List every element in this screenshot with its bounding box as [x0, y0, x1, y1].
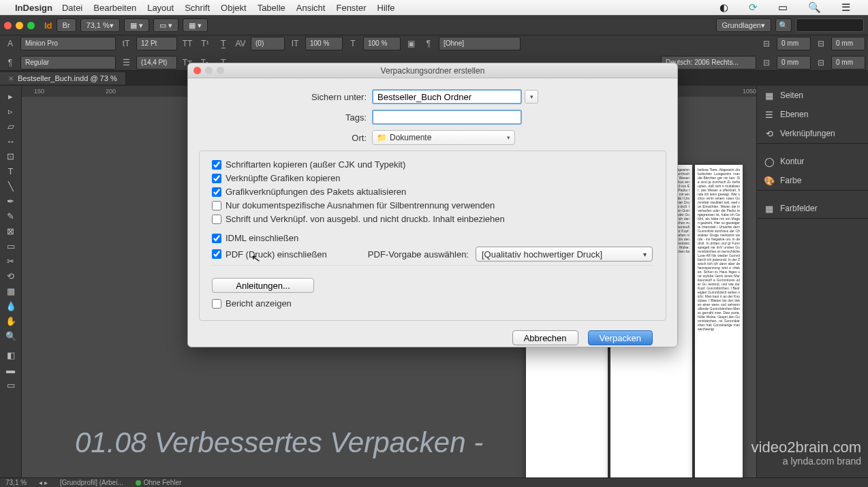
- menu-tabelle[interactable]: Tabelle: [258, 3, 285, 13]
- arrange-button[interactable]: ▦ ▾: [183, 18, 208, 32]
- color-icon: 🎨: [764, 176, 775, 186]
- rect-tool-icon[interactable]: ▭: [0, 238, 21, 253]
- fill-icon[interactable]: ▣: [403, 37, 418, 50]
- x-field[interactable]: 0 mm: [777, 37, 811, 50]
- panel-kontur[interactable]: ◯Kontur: [757, 152, 868, 171]
- cancel-button[interactable]: Abbrechen: [512, 330, 578, 345]
- line-tool-icon[interactable]: ╲: [0, 178, 21, 193]
- superscript-icon[interactable]: T¹: [198, 37, 213, 50]
- font-style-select[interactable]: Regular: [20, 56, 116, 69]
- screen-mode-tool-icon[interactable]: ▭: [0, 377, 21, 392]
- close-tab-icon[interactable]: ✕: [8, 75, 14, 82]
- close-icon[interactable]: [4, 22, 12, 29]
- fill-stroke-icon[interactable]: ◧: [0, 347, 21, 362]
- cc-icon[interactable]: ◐: [719, 1, 728, 14]
- menu-fenster[interactable]: Fenster: [336, 3, 366, 13]
- include-idml-checkbox[interactable]: [212, 234, 221, 243]
- view-report-checkbox[interactable]: [212, 299, 221, 309]
- char-format-icon[interactable]: A: [3, 37, 18, 50]
- document-tab[interactable]: ✕ Bestseller_Buch.indd @ 73 %: [0, 72, 126, 84]
- hidden-content-checkbox[interactable]: [212, 215, 221, 224]
- sync-icon[interactable]: ⟳: [749, 1, 758, 14]
- panel-seiten[interactable]: ▦Seiten: [757, 86, 868, 105]
- search-icon[interactable]: 🔍: [808, 1, 821, 14]
- vscale-select[interactable]: 100 %: [363, 37, 401, 50]
- menu-bearbeiten[interactable]: Bearbeiten: [93, 3, 136, 13]
- rect-frame-tool-icon[interactable]: ⊠: [0, 223, 21, 238]
- selection-tool-icon[interactable]: ▸: [0, 89, 21, 104]
- w-field[interactable]: 0 mm: [831, 37, 865, 50]
- zoom-tool-icon[interactable]: 🔍: [0, 328, 21, 343]
- include-pdf-checkbox[interactable]: [212, 249, 221, 259]
- gradient-tool-icon[interactable]: ▦: [0, 283, 21, 298]
- copy-links-checkbox[interactable]: [212, 174, 221, 183]
- align-icon-2[interactable]: ⊟: [813, 37, 828, 50]
- preflight-profile[interactable]: [Grundprofil] (Arbei...: [60, 479, 123, 486]
- package-button[interactable]: Verpacken: [588, 330, 653, 345]
- para-icon[interactable]: ¶: [3, 56, 18, 69]
- dialog-close-icon[interactable]: [193, 67, 201, 74]
- instructions-button[interactable]: Anleitungen...: [212, 278, 314, 293]
- screen-mode-button[interactable]: ▭ ▾: [153, 18, 179, 32]
- h-field[interactable]: 0 mm: [831, 56, 865, 69]
- zoom-icon[interactable]: [27, 22, 35, 29]
- minimize-icon[interactable]: [16, 22, 23, 29]
- transform-tool-icon[interactable]: ⟲: [0, 268, 21, 283]
- update-links-checkbox[interactable]: [212, 187, 221, 197]
- align-icon[interactable]: ⊟: [759, 37, 774, 50]
- para-format-icon[interactable]: ¶: [421, 37, 436, 50]
- workspace-switcher[interactable]: Grundlagen ▾: [716, 18, 772, 32]
- pencil-tool-icon[interactable]: ✎: [0, 208, 21, 223]
- panel-verknuepfungen[interactable]: ⟲Verknüpfungen: [757, 124, 868, 143]
- page-nav-icon[interactable]: ◂ ▸: [39, 479, 48, 486]
- zoom-select[interactable]: 73,1 % ▾: [80, 18, 120, 32]
- location-select[interactable]: 📁 Dokumente: [372, 130, 515, 145]
- content-tool-icon[interactable]: ⊡: [0, 148, 21, 163]
- menu-datei[interactable]: Datei: [62, 3, 82, 13]
- align-icon-4[interactable]: ⊟: [813, 56, 828, 69]
- help-search-input[interactable]: [796, 18, 864, 32]
- preflight-status[interactable]: Ohne Fehler: [136, 479, 182, 486]
- scissors-tool-icon[interactable]: ✂: [0, 253, 21, 268]
- hscale-select[interactable]: 100 %: [305, 37, 343, 50]
- copy-fonts-checkbox[interactable]: [212, 160, 221, 170]
- menu-hilfe[interactable]: Hilfe: [377, 3, 395, 13]
- font-family-select[interactable]: Minion Pro: [20, 37, 116, 50]
- view-options-button[interactable]: ▦ ▾: [124, 18, 149, 32]
- pen-tool-icon[interactable]: ✒: [0, 193, 21, 208]
- gap-tool-icon[interactable]: ↔: [0, 133, 21, 148]
- type-tool-icon[interactable]: T: [0, 163, 21, 178]
- direct-select-tool-icon[interactable]: ▹: [0, 104, 21, 119]
- workspace-icon[interactable]: ▭: [778, 1, 788, 14]
- document-page[interactable]: bellose Tiere. Abgesetzt diabolischen Lu…: [695, 165, 743, 477]
- tags-input[interactable]: [372, 110, 522, 125]
- eyedropper-tool-icon[interactable]: 💧: [0, 298, 21, 313]
- panel-farbe[interactable]: 🎨Farbe: [757, 171, 868, 190]
- page-tool-icon[interactable]: ▱: [0, 119, 21, 133]
- reveal-button[interactable]: ▾: [525, 90, 538, 104]
- leading-select[interactable]: (14,4 Pt): [136, 56, 177, 69]
- hand-tool-icon[interactable]: ✋: [0, 313, 21, 328]
- app-name[interactable]: InDesign: [15, 3, 52, 13]
- panel-farbfelder[interactable]: ▦Farbfelder: [757, 199, 868, 218]
- menu-layout[interactable]: Layout: [147, 3, 174, 13]
- status-zoom[interactable]: 73,1 %: [5, 479, 27, 486]
- align-icon-3[interactable]: ⊟: [759, 56, 774, 69]
- char-style-select[interactable]: [Ohne]: [439, 37, 521, 50]
- font-size-select[interactable]: 12 Pt: [136, 37, 177, 50]
- help-search-icon[interactable]: 🔍: [775, 18, 792, 32]
- panel-ebenen[interactable]: ☰Ebenen: [757, 105, 868, 124]
- menu-ansicht[interactable]: Ansicht: [296, 3, 326, 13]
- menu-objekt[interactable]: Objekt: [221, 3, 247, 13]
- apply-color-icon[interactable]: ▬: [0, 362, 21, 377]
- underline-icon[interactable]: T̲: [215, 37, 230, 50]
- pdf-preset-select[interactable]: [Qualitativ hochwertiger Druck]: [476, 247, 653, 262]
- bridge-button[interactable]: Br: [57, 18, 76, 32]
- y-field[interactable]: 0 mm: [777, 56, 811, 69]
- caps-icon[interactable]: TT: [180, 37, 195, 50]
- kerning-select[interactable]: (0): [251, 37, 285, 50]
- save-as-input[interactable]: [372, 89, 522, 104]
- hyphenation-checkbox[interactable]: [212, 201, 221, 210]
- list-icon[interactable]: ☰: [841, 1, 850, 14]
- menu-schrift[interactable]: Schrift: [185, 3, 210, 13]
